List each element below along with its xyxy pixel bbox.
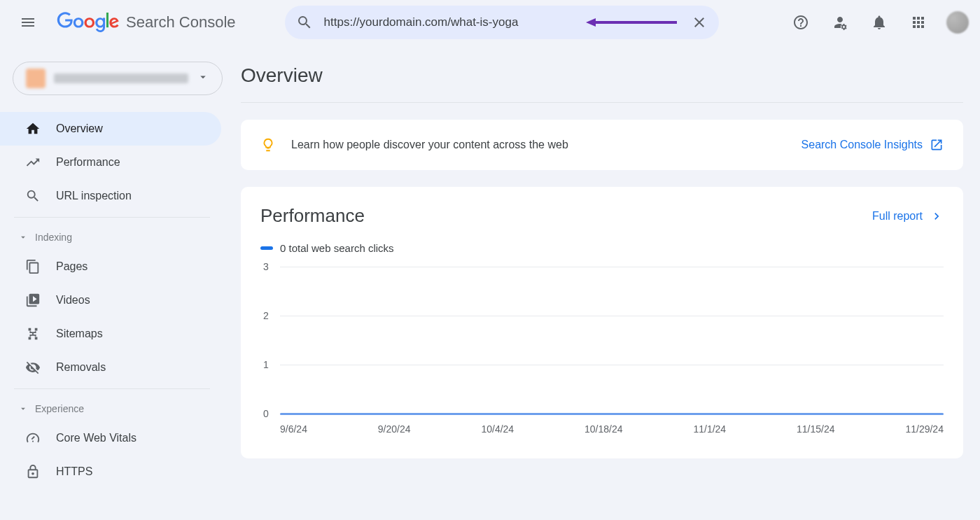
nav-label: Sitemaps (56, 328, 103, 340)
legend-text: 0 total web search clicks (280, 242, 394, 254)
performance-card-title: Performance (260, 205, 365, 227)
chart-y-tick: 1 (263, 359, 269, 370)
nav-section-experience[interactable]: Experience (0, 393, 224, 421)
hamburger-menu-button[interactable] (11, 6, 45, 39)
hamburger-icon (20, 14, 36, 31)
video-icon (25, 293, 41, 308)
visibility-off-icon (25, 360, 41, 375)
google-apps-button[interactable] (902, 6, 935, 39)
chart-x-axis: 9/6/249/20/2410/4/2410/18/2411/1/2411/15… (280, 423, 944, 435)
clear-search-button[interactable] (691, 14, 708, 31)
chart-legend: 0 total web search clicks (260, 242, 944, 254)
trending-icon (25, 155, 41, 170)
nav-section-indexing[interactable]: Indexing (0, 222, 224, 250)
link-label: Full report (872, 210, 923, 223)
performance-card: Performance Full report 0 total web sear… (241, 187, 963, 458)
sidebar: Overview Performance URL inspection Inde… (0, 45, 224, 489)
nav-label: Overview (56, 122, 103, 135)
nav-overview[interactable]: Overview (0, 112, 221, 146)
nav-label: HTTPS (56, 465, 92, 478)
nav-label: Performance (56, 156, 120, 169)
chart-y-tick: 0 (263, 408, 269, 419)
apps-grid-icon (910, 14, 927, 31)
nav-label: Core Web Vitals (56, 432, 136, 444)
search-console-insights-link[interactable]: Search Console Insights (802, 138, 944, 152)
sitemap-icon (25, 326, 41, 342)
chart-x-tick: 9/20/24 (378, 423, 411, 435)
home-icon (25, 121, 41, 136)
app-logo: Search Console (56, 12, 236, 33)
chart-y-tick: 3 (263, 261, 269, 272)
nav-label: Pages (56, 260, 88, 273)
nav-sitemaps[interactable]: Sitemaps (0, 317, 221, 351)
chart-x-tick: 10/18/24 (584, 423, 623, 435)
nav-label: Videos (56, 294, 90, 307)
full-report-link[interactable]: Full report (872, 209, 944, 223)
page-title: Overview (241, 64, 963, 103)
insights-card: Learn how people discover your content a… (241, 120, 963, 170)
property-favicon (26, 69, 46, 88)
nav-pages[interactable]: Pages (0, 250, 221, 283)
lock-icon (25, 464, 41, 479)
chevron-down-icon (18, 404, 28, 414)
nav-url-inspection[interactable]: URL inspection (0, 179, 221, 213)
chart-data-line (280, 413, 944, 415)
property-name-redacted (54, 73, 188, 83)
insights-text: Learn how people discover your content a… (291, 139, 568, 151)
chart-x-tick: 10/4/24 (481, 423, 514, 435)
nav-label: URL inspection (56, 190, 132, 202)
legend-swatch (260, 246, 273, 250)
lightbulb-icon (260, 137, 276, 153)
section-label: Experience (35, 403, 84, 414)
section-label: Indexing (35, 232, 72, 243)
nav-label: Removals (56, 361, 106, 374)
notifications-button[interactable] (862, 6, 896, 39)
divider (14, 217, 210, 218)
nav-performance[interactable]: Performance (0, 146, 221, 179)
nav-removals[interactable]: Removals (0, 351, 221, 384)
help-icon (792, 14, 809, 31)
performance-chart: 0123 9/6/249/20/2410/4/2410/18/2411/1/24… (260, 267, 944, 435)
divider (14, 388, 210, 389)
bell-icon (871, 14, 888, 31)
link-label: Search Console Insights (802, 139, 923, 151)
chevron-right-icon (930, 209, 944, 223)
open-in-new-icon (930, 138, 944, 152)
google-logo-icon (56, 12, 120, 33)
chevron-down-icon (197, 71, 209, 86)
chart-x-tick: 11/15/24 (797, 423, 835, 435)
nav-https[interactable]: HTTPS (0, 455, 221, 489)
chart-x-tick: 11/1/24 (693, 423, 726, 435)
gauge-icon (25, 430, 41, 446)
user-settings-icon (832, 14, 848, 31)
pages-icon (25, 259, 41, 274)
nav-core-web-vitals[interactable]: Core Web Vitals (0, 421, 221, 455)
url-search-input[interactable] (324, 15, 680, 29)
chart-x-tick: 11/29/24 (905, 423, 944, 435)
app-name: Search Console (126, 13, 236, 31)
help-button[interactable] (784, 6, 818, 39)
chart-y-tick: 2 (263, 310, 269, 321)
user-settings-button[interactable] (823, 6, 857, 39)
url-search-bar[interactable] (285, 6, 719, 39)
property-selector[interactable] (13, 62, 223, 95)
chevron-down-icon (18, 232, 28, 242)
profile-avatar[interactable] (946, 11, 969, 34)
nav-videos[interactable]: Videos (0, 283, 221, 317)
chart-x-tick: 9/6/24 (280, 423, 307, 435)
search-icon (25, 188, 41, 204)
search-icon (296, 14, 313, 31)
